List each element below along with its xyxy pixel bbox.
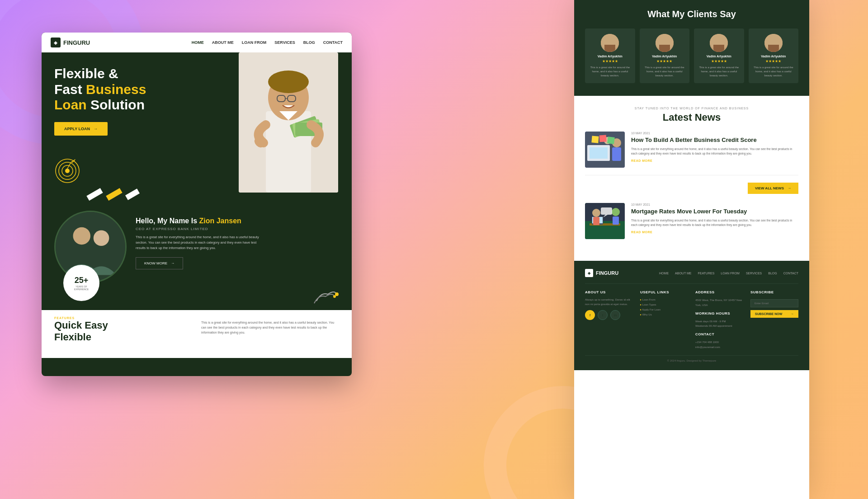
nav-home[interactable]: HOME: [192, 40, 204, 45]
footer-address-title: ADDRESS: [695, 290, 743, 294]
news-image-1: [585, 132, 625, 168]
news-date-1: 10 MAY 2021: [631, 132, 798, 135]
news-excerpt-1: This is a great site for everything arou…: [631, 147, 798, 156]
features-description: This is a great site for everything arou…: [201, 320, 339, 335]
logo-icon: ◈: [51, 38, 61, 47]
testimonials-section: What My Clients Say Vadim Artyukhin ★★★★…: [574, 0, 809, 96]
testimonial-card-2: Vadim Artyukhin ★★★★★ This is a great si…: [640, 28, 690, 83]
nav-logo[interactable]: ◈ FINGURU: [51, 38, 90, 47]
features-label: FEATURES: [54, 316, 192, 320]
testimonial-card-3: Vadim Artyukhin ★★★★★ This is a great si…: [694, 28, 744, 83]
testimonial-text-1: This is a great site for around the home…: [589, 66, 632, 78]
nav-services[interactable]: SERVICES: [274, 40, 295, 45]
hero-person-svg: [239, 52, 338, 193]
know-more-button[interactable]: KNOW MORE →: [136, 257, 183, 269]
logo-text: FINGURU: [63, 39, 90, 46]
svg-rect-27: [612, 147, 621, 161]
testimonial-stars-1: ★★★★★: [589, 59, 632, 63]
testimonial-avatar-4: [764, 34, 783, 52]
footer-address-text: 4502 West, The Bronx, NY 10457 New York,…: [695, 298, 743, 308]
features-title: Quick Easy Flexible: [54, 320, 192, 344]
facebook-button[interactable]: f: [585, 310, 595, 320]
footer-links-list: Loan From Loan Types Apply For Loan Why …: [640, 298, 688, 316]
svg-rect-31: [607, 137, 615, 144]
footer-links-title: USEFUL LINKS: [640, 290, 688, 294]
about-section: 25+ YEARS OFEXPERIENCE Hello, My Name Is…: [42, 206, 352, 310]
footer-logo-icon: ◈: [585, 269, 593, 277]
footer-social: f t in: [585, 310, 633, 320]
subscribe-email-input[interactable]: [750, 299, 798, 307]
news-label: STAY TUNED INTO THE WORLD OF FINANCE AND…: [585, 107, 798, 110]
news-date-2: 10 MAY 2021: [631, 203, 798, 206]
shape-white-2: [125, 188, 140, 200]
footer-contact-info: +234 704 488 1000 info@youremail.com: [695, 340, 743, 350]
svg-rect-40: [613, 217, 619, 225]
news-title: Latest News: [585, 112, 798, 123]
news-content-2: 10 MAY 2021 Mortgage Rates Move Lower Fo…: [631, 203, 798, 239]
apply-loan-button[interactable]: APPLY LOAN →: [54, 122, 108, 136]
years-badge: 25+ YEARS OFEXPERIENCE: [63, 265, 99, 301]
target-icon: [55, 159, 80, 184]
footer-about-title: ABOUT US: [585, 290, 633, 294]
read-more-1[interactable]: READ MORE: [631, 159, 798, 162]
testimonial-name-1: Vadim Artyukhin: [589, 55, 632, 58]
nav-about[interactable]: ABOUT ME: [212, 40, 234, 45]
footer-address: ADDRESS 4502 West, The Bronx, NY 10457 N…: [695, 290, 743, 350]
testimonial-avatar-1: [601, 34, 619, 52]
left-website-mockup: ◈ FINGURU HOME ABOUT ME LOAN FROM SERVIC…: [42, 33, 352, 376]
footer-nav: HOME ABOUT ME FEATURES LOAN FROM SERVICE…: [659, 272, 798, 275]
features-text: FEATURES Quick Easy Flexible: [54, 316, 192, 344]
news-item-2: 10 MAY 2021 Mortgage Rates Move Lower Fo…: [585, 203, 798, 246]
news-item-1: 10 MAY 2021 How To Build A Better Busine…: [585, 132, 798, 175]
footer-link-1[interactable]: Loan From: [640, 298, 688, 301]
instagram-button[interactable]: in: [610, 310, 620, 320]
read-more-2[interactable]: READ MORE: [631, 231, 798, 234]
about-content: Hello, My Name Is Zion Jansen CEO AT EXP…: [136, 217, 339, 269]
footer-section: ◈ FINGURU HOME ABOUT ME FEATURES LOAN FR…: [574, 261, 809, 370]
hero-title: Flexible &Fast BusinessLoan Solution: [54, 66, 199, 113]
svg-point-20: [94, 230, 109, 246]
testimonial-stars-4: ★★★★★: [752, 59, 795, 63]
nav-contact[interactable]: CONTACT: [323, 40, 343, 45]
footer-divider: [585, 283, 798, 284]
twitter-button[interactable]: t: [598, 310, 608, 320]
news-content-1: 10 MAY 2021 How To Build A Better Busine…: [631, 132, 798, 168]
subscribe-button[interactable]: SUBSCRIBE NOW →: [750, 310, 798, 318]
svg-rect-38: [593, 217, 599, 225]
nav-links: HOME ABOUT ME LOAN FROM SERVICES BLOG CO…: [192, 40, 343, 45]
about-job-title: CEO AT EXPRESSO BANK LIMITED: [136, 227, 339, 231]
years-label: YEARS OFEXPERIENCE: [74, 285, 89, 291]
testimonial-name-2: Vadim Artyukhin: [643, 55, 686, 58]
news-actions: VIEW ALL NEWS →: [585, 183, 798, 198]
right-panel: What My Clients Say Vadim Artyukhin ★★★★…: [574, 0, 809, 499]
news-excerpt-2: This is a great site for everything arou…: [631, 218, 798, 228]
footer-link-3[interactable]: Apply For Loan: [640, 308, 688, 311]
testimonial-avatar-3: [710, 34, 728, 52]
news-section: STAY TUNED INTO THE WORLD OF FINANCE AND…: [574, 96, 809, 261]
hero-image: [239, 52, 338, 193]
testimonial-name-4: Vadim Artyukhin: [752, 55, 795, 58]
footer-hours-title: WORKING HOURS: [695, 311, 743, 315]
about-greeting: Hello, My Name Is Zion Jansen: [136, 217, 339, 225]
view-all-news-button[interactable]: VIEW ALL NEWS →: [748, 183, 798, 194]
about-description: This is a great site for everything arou…: [136, 235, 262, 251]
footer-link-4[interactable]: Why Us: [640, 313, 688, 316]
testimonial-stars-3: ★★★★★: [698, 59, 741, 63]
testimonials-grid: Vadim Artyukhin ★★★★★ This is a great si…: [585, 28, 798, 83]
svg-rect-25: [590, 147, 608, 159]
news-article-title-1: How To Build A Better Business Credit Sc…: [631, 137, 798, 144]
svg-rect-29: [591, 136, 599, 143]
nav-blog[interactable]: BLOG: [303, 40, 315, 45]
footer-logo: ◈ FINGURU: [585, 269, 618, 277]
footer-hours-text: Week days 09 AM - 9 PMWeekends 09 AM app…: [695, 319, 743, 329]
hero-shapes: [87, 192, 139, 197]
footer-subscribe: SUBSCRIBE SUBSCRIBE NOW →: [750, 290, 798, 350]
nav-loan[interactable]: LOAN FROM: [242, 40, 267, 45]
testimonial-name-3: Vadim Artyukhin: [698, 55, 741, 58]
footer-contact-title: CONTACT: [695, 332, 743, 336]
hand-icon: [312, 283, 339, 306]
footer-link-2[interactable]: Loan Types: [640, 303, 688, 306]
footer-top: ◈ FINGURU HOME ABOUT ME FEATURES LOAN FR…: [585, 269, 798, 277]
hero-text: Flexible &Fast BusinessLoan Solution APP…: [54, 66, 199, 136]
testimonial-avatar-2: [656, 34, 674, 52]
